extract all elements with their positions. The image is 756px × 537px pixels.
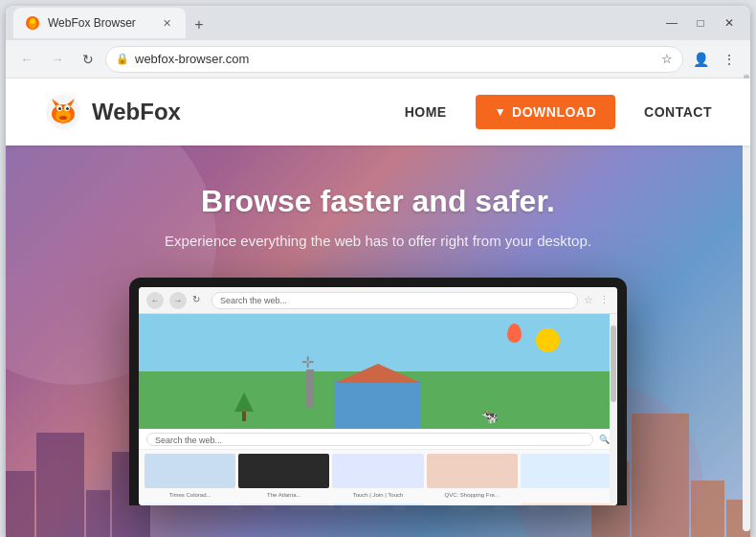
address-bar[interactable]: 🔒 webfox-browser.com ☆ xyxy=(105,46,683,73)
download-arrow-icon: ▼ xyxy=(495,105,506,119)
thumb-b1 xyxy=(145,503,235,505)
address-text: webfox-browser.com xyxy=(135,52,656,66)
svg-point-2 xyxy=(30,18,35,24)
new-tab-button[interactable]: + xyxy=(186,11,212,38)
bookmark-icon[interactable]: ☆ xyxy=(661,52,673,66)
nav-download-button[interactable]: ▼ DOWNLOAD xyxy=(476,95,615,129)
website-content: WebFox HOME ▼ DOWNLOAD CONTACT xyxy=(6,78,750,537)
mock-search-input: Search the web... xyxy=(146,433,593,446)
thumb-b2 xyxy=(238,503,329,505)
thumb-1 xyxy=(145,454,235,488)
mock-thumbnails-bottom xyxy=(139,500,617,505)
browser-window: WebFox Browser ✕ + — □ ✕ ← → ↻ 🔒 webfox-… xyxy=(6,6,750,537)
browser-mockup-content: ✛ xyxy=(139,314,617,505)
tab-bar: WebFox Browser ✕ + xyxy=(13,8,655,38)
mock-search-bar: Search the web... 🔍 xyxy=(139,429,617,450)
webfox-logo-icon xyxy=(44,93,82,131)
hero-subtitle: Experience everything the web has to off… xyxy=(165,233,591,249)
cow-icon: 🐄 xyxy=(481,409,498,424)
maximize-button[interactable]: □ xyxy=(687,10,714,36)
laptop-screen: ← → ↻ Search the web... ☆ ⋮ xyxy=(139,287,617,505)
site-nav-links: HOME ▼ DOWNLOAD CONTACT xyxy=(405,95,712,129)
house-body xyxy=(335,381,421,429)
scenic-area: ✛ xyxy=(139,314,617,429)
tab-title: WebFox Browser xyxy=(48,16,151,30)
hero-section: WEBFOX Browse faster and safer. Experien… xyxy=(6,145,750,537)
scenic-balloon xyxy=(507,324,522,343)
menu-button[interactable]: ⋮ xyxy=(716,46,743,73)
minimize-button[interactable]: — xyxy=(658,10,685,36)
laptop-body: ← → ↻ Search the web... ☆ ⋮ xyxy=(129,278,627,505)
house-roof xyxy=(335,364,421,383)
site-logo: WebFox xyxy=(44,93,405,131)
mock-address-text: Search the web... xyxy=(220,296,287,305)
scrollbar-thumb[interactable] xyxy=(611,325,616,402)
svg-point-10 xyxy=(58,107,61,110)
nav-home-link[interactable]: HOME xyxy=(405,104,447,120)
os-frame: WebFox Browser ✕ + — □ ✕ ← → ↻ 🔒 webfox-… xyxy=(0,0,756,537)
close-button[interactable]: ✕ xyxy=(716,10,743,36)
title-bar: WebFox Browser ✕ + — □ ✕ xyxy=(6,6,750,40)
building-2 xyxy=(36,433,84,537)
site-logo-text: WebFox xyxy=(92,99,181,125)
building-3 xyxy=(86,490,110,537)
hero-title: Browse faster and safer. xyxy=(201,184,555,219)
thumb-label-1: Times Colorad... xyxy=(145,492,235,498)
thumb-3 xyxy=(332,454,423,488)
refresh-button[interactable]: ↻ xyxy=(75,46,101,73)
forward-button[interactable]: → xyxy=(44,46,71,73)
orange-building-3 xyxy=(691,481,724,537)
thumb-5 xyxy=(521,454,611,488)
navigation-bar: ← → ↻ 🔒 webfox-browser.com ☆ 👤 ⋮ xyxy=(6,40,750,78)
mock-star-icon: ☆ xyxy=(584,294,593,306)
tree xyxy=(234,392,254,421)
mock-back-btn: ← xyxy=(146,292,164,309)
thumb-2 xyxy=(238,454,329,488)
mock-menu-icon: ⋮ xyxy=(599,294,610,306)
thumb-b4 xyxy=(427,503,518,505)
back-button[interactable]: ← xyxy=(13,46,40,73)
tab-close-button[interactable]: ✕ xyxy=(159,15,174,31)
windmill-pole xyxy=(306,369,314,408)
mock-thumbnails-top xyxy=(139,450,617,492)
svg-point-11 xyxy=(66,107,69,110)
thumb-b5 xyxy=(521,503,611,505)
thumb-b3 xyxy=(332,503,423,505)
mock-forward-btn: → xyxy=(169,292,187,309)
mock-thumb-labels-top: Times Colorad... The Atlanta... Touch | … xyxy=(139,492,617,498)
building-1 xyxy=(6,471,34,537)
tab-favicon xyxy=(25,15,40,31)
nav-actions: 👤 ⋮ xyxy=(687,46,743,73)
window-controls-right: — □ ✕ xyxy=(658,10,743,36)
mock-search-icon: 🔍 xyxy=(599,435,610,444)
thumb-label-4: QVC: Shopping Fre... xyxy=(427,492,518,498)
windmill-blades: ✛ xyxy=(301,353,314,371)
laptop-mockup: ← → ↻ Search the web... ☆ ⋮ xyxy=(129,278,627,505)
scenic-sun xyxy=(536,328,560,352)
mock-address-bar: Search the web... xyxy=(211,292,578,309)
browser-mockup-bar: ← → ↻ Search the web... ☆ ⋮ xyxy=(139,287,617,314)
mock-refresh-icon: ↻ xyxy=(192,294,206,307)
svg-point-12 xyxy=(59,116,67,120)
lock-icon: 🔒 xyxy=(116,53,129,65)
scrollbar[interactable] xyxy=(610,314,617,505)
nav-contact-link[interactable]: CONTACT xyxy=(644,104,712,120)
site-nav: WebFox HOME ▼ DOWNLOAD CONTACT xyxy=(6,78,750,145)
download-label: DOWNLOAD xyxy=(512,104,596,120)
active-tab[interactable]: WebFox Browser ✕ xyxy=(13,8,186,38)
thumb-label-3: Touch | Join | Touch xyxy=(332,492,423,498)
thumb-label-5 xyxy=(521,492,611,498)
thumb-label-2: The Atlanta... xyxy=(238,492,329,498)
thumb-4 xyxy=(427,454,518,488)
profile-button[interactable]: 👤 xyxy=(687,46,714,73)
orange-building-2 xyxy=(632,414,689,537)
